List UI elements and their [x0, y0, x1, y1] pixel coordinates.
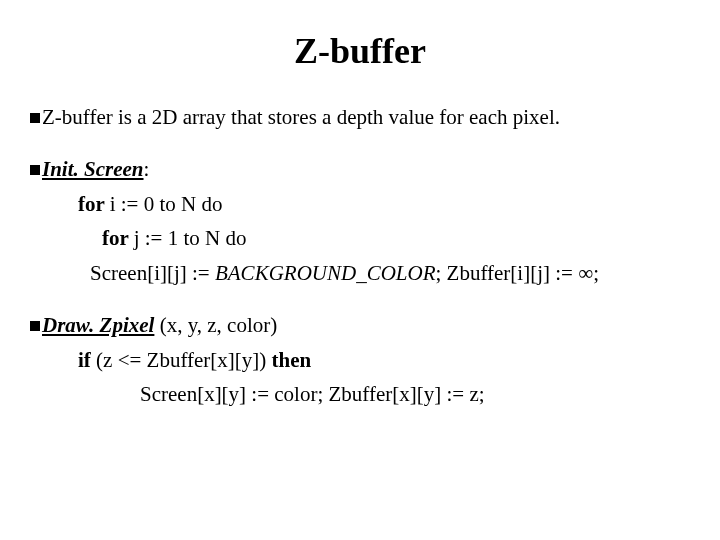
- drawzpixel-heading: Draw. Zpixel (x, y, z, color): [30, 310, 690, 340]
- infinity-symbol: ∞: [578, 261, 593, 285]
- for-j-line: for j := 1 to N do: [30, 223, 690, 253]
- drawzpixel-label: Draw. Zpixel: [42, 313, 154, 337]
- bullet-icon: [30, 113, 40, 123]
- definition-text: Z-buffer is a 2D array that stores a dep…: [42, 105, 560, 129]
- initscreen-body: Screen[i][j] := BACKGROUND_COLOR; Zbuffe…: [30, 258, 690, 288]
- for-j-rest: j := 1 to N do: [134, 226, 247, 250]
- initscreen-label: Init. Screen: [42, 157, 144, 181]
- drawzpixel-block: Draw. Zpixel (x, y, z, color) if (z <= Z…: [30, 310, 690, 409]
- body-end: ;: [593, 261, 599, 285]
- slide-title: Z-buffer: [30, 30, 690, 72]
- definition-line: Z-buffer is a 2D array that stores a dep…: [30, 102, 690, 132]
- drawzpixel-args: (x, y, z, color): [154, 313, 277, 337]
- initscreen-colon: :: [144, 157, 150, 181]
- body-mid: ; Zbuffer[i][j] :=: [435, 261, 578, 285]
- background-color-const: BACKGROUND_COLOR: [215, 261, 436, 285]
- if-keyword: if: [78, 348, 96, 372]
- for-i-keyword: for: [78, 192, 110, 216]
- drawzpixel-body: Screen[x][y] := color; Zbuffer[x][y] := …: [30, 379, 690, 409]
- if-cond: (z <= Zbuffer[x][y]): [96, 348, 271, 372]
- for-i-rest: i := 0 to N do: [110, 192, 223, 216]
- then-keyword: then: [272, 348, 312, 372]
- definition-block: Z-buffer is a 2D array that stores a dep…: [30, 102, 690, 132]
- draw-body-text: Screen[x][y] := color; Zbuffer[x][y] := …: [140, 382, 485, 406]
- initscreen-block: Init. Screen: for i := 0 to N do for j :…: [30, 154, 690, 288]
- bullet-icon: [30, 321, 40, 331]
- for-j-keyword: for: [102, 226, 134, 250]
- initscreen-heading: Init. Screen:: [30, 154, 690, 184]
- bullet-icon: [30, 165, 40, 175]
- if-line: if (z <= Zbuffer[x][y]) then: [30, 345, 690, 375]
- body-prefix: Screen[i][j] :=: [90, 261, 215, 285]
- for-i-line: for i := 0 to N do: [30, 189, 690, 219]
